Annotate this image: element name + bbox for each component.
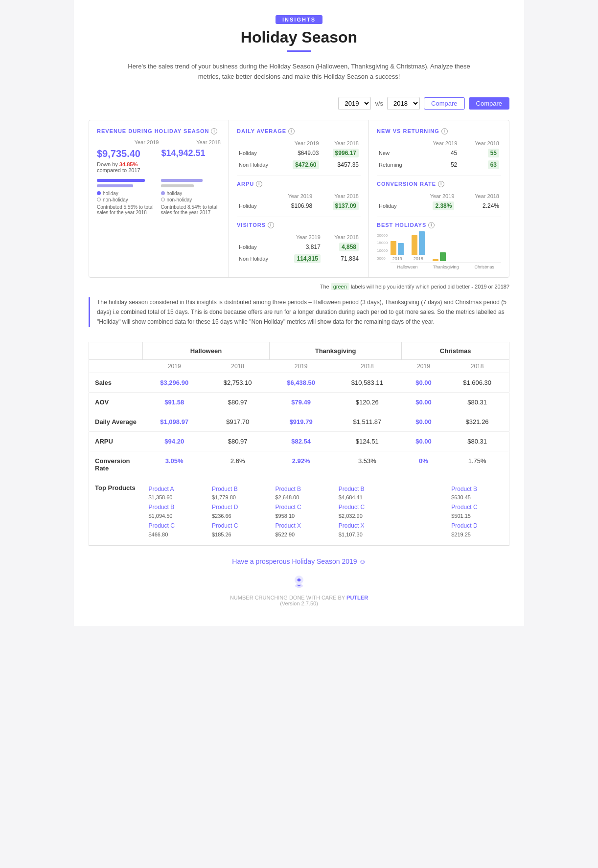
cr-year2019-header: Year 2019 [412, 192, 457, 200]
da-christmas-2018: $321.26 [445, 412, 509, 431]
aov-halloween-2019: $91.58 [143, 392, 206, 412]
vs-text: v/s [375, 100, 383, 107]
putler-logo-icon [290, 573, 308, 591]
vis-holiday-label: Holiday [237, 241, 282, 253]
sales-halloween-2019: $3,296.90 [143, 373, 206, 392]
visitors-info-icon[interactable]: i [268, 222, 274, 228]
da-year2018-header: Year 2018 [321, 139, 361, 147]
daily-avg-label: Daily Average [89, 412, 143, 431]
da-holiday-label: Holiday [237, 147, 281, 159]
arpu-year2018-header: Year 2018 [314, 192, 361, 200]
explanation-text: The holiday season considered in this in… [89, 297, 509, 327]
da-halloween-2019: $1,098.97 [143, 412, 206, 431]
vis-nonholiday-2019: 114,815 [282, 253, 322, 265]
svg-point-2 [298, 579, 300, 581]
da-halloween-2018: $917.70 [206, 412, 269, 431]
putler-brand-name: PUTLER [346, 595, 368, 601]
top-products-halloween-2019: Product A $1,358.60 Product B $1,094.50 … [143, 478, 206, 545]
table-row: Holiday 2.38% 2.24% [377, 200, 501, 212]
arpu-halloween-2019: $94.20 [143, 431, 206, 451]
table-row: Sales $3,296.90 $2,753.10 $6,438.50 $10,… [89, 373, 509, 392]
table-row: Non Holiday $472.60 $457.35 [237, 159, 361, 171]
nvr-returning-label: Returning [377, 159, 417, 171]
revenue-card: REVENUE DURING HOLIDAY SEASON i Year 201… [89, 120, 229, 277]
contrib-2017: Contributed 8.54% to total sales for the… [161, 204, 221, 215]
halloween-2019-header: 2019 [143, 359, 206, 373]
da-thanksgiving-2019: $919.79 [269, 412, 332, 431]
cr-holiday-2019: 2.38% [412, 200, 457, 212]
compare-button-1[interactable]: Compare [424, 97, 464, 110]
table-row: AOV $91.58 $80.97 $79.49 $120.26 $0.00 $… [89, 392, 509, 412]
sales-christmas-2018: $1,606.30 [445, 373, 509, 392]
daily-avg-table: Year 2019 Year 2018 Holiday $649.03 $996… [237, 139, 361, 171]
table-row: Holiday 3,817 4,858 [237, 241, 361, 253]
arpu-halloween-2018: $80.97 [206, 431, 269, 451]
bh-christmas-2019-bar [433, 259, 438, 261]
version-text: (Version 2.7.50) [280, 601, 318, 606]
table-row: Conversion Rate 3.05% 2.6% 2.92% 3.53% 0… [89, 451, 509, 478]
footer-logo [89, 573, 509, 591]
contrib-2018: Contributed 5.56% to total sales for the… [97, 204, 157, 215]
top-products-thanksgiving-2018: Product B $4,684.41 Product C $2,032.90 … [333, 478, 402, 545]
bh-christmas-label: Christmas [467, 265, 501, 269]
daily-avg-info-icon[interactable]: i [288, 128, 295, 134]
arpu-holiday-2018: $137.09 [314, 200, 361, 212]
christmas-header: Christmas [402, 342, 509, 359]
page-title: Holiday Season [89, 28, 509, 46]
arpu-holiday-2019: $106.98 [271, 200, 314, 212]
sales-thanksgiving-2018: $10,583.11 [333, 373, 402, 392]
nvr-info-icon[interactable]: i [441, 128, 448, 134]
legend-nonholiday-2019: non-holiday [103, 197, 128, 202]
da-christmas-2019: $0.00 [402, 412, 445, 431]
cr-christmas-2018: 1.75% [445, 451, 509, 478]
thanksgiving-2019-header: 2019 [269, 359, 332, 373]
da-year2019-header: Year 2019 [281, 139, 321, 147]
vis-year2019-header: Year 2019 [282, 233, 322, 241]
revenue-2019-value: $9,735.40 [97, 148, 157, 159]
nvr-year2019-header: Year 2019 [417, 139, 460, 147]
arpu-table: Year 2019 Year 2018 Holiday $106.98 $137… [237, 192, 361, 212]
thanksgiving-2018-header: 2018 [333, 359, 402, 373]
nvr-new-2018: 55 [459, 147, 501, 159]
christmas-2019-header: 2019 [402, 359, 445, 373]
revenue-year-2018: Year 2018 [159, 139, 221, 145]
year-selector: 2019 2018 2017 v/s 2018 2019 2017 Compar… [89, 97, 509, 110]
revenue-info-icon[interactable]: i [211, 128, 217, 134]
arpu-thanksgiving-2018: $124.51 [333, 431, 402, 451]
legend-holiday-2019: holiday [103, 191, 118, 196]
arpu-thanksgiving-2019: $82.54 [269, 431, 332, 451]
year1-select[interactable]: 2019 2018 2017 [338, 97, 371, 110]
aov-label: AOV [89, 392, 143, 412]
daily-avg-title: DAILY AVERAGE i [237, 128, 361, 134]
aov-thanksgiving-2019: $79.49 [269, 392, 332, 412]
legend-holiday-2018: holiday [167, 191, 183, 196]
top-products-thanksgiving-2019: Product B $2,648.00 Product C $958.10 Pr… [269, 478, 332, 545]
revenue-down-pct: 34.85% [119, 161, 138, 167]
nvr-table: Year 2019 Year 2018 New 45 55 Returning … [377, 139, 501, 171]
cr-thanksgiving-2018: 3.53% [333, 451, 402, 478]
cr-info-icon[interactable]: i [438, 181, 444, 187]
arpu-year2019-header: Year 2019 [271, 192, 314, 200]
top-products-label: Top Products [89, 478, 143, 545]
vis-nonholiday-label: Non Holiday [237, 253, 282, 265]
cr-halloween-2019: 3.05% [143, 451, 206, 478]
sales-halloween-2018: $2,753.10 [206, 373, 269, 392]
insights-badge: INSIGHTS [276, 15, 322, 24]
halloween-2018-header: 2018 [206, 359, 269, 373]
year2-select[interactable]: 2018 2019 2017 [387, 97, 420, 110]
table-row: Daily Average $1,098.97 $917.70 $919.79 … [89, 412, 509, 431]
cr-year2018-header: Year 2018 [456, 192, 501, 200]
cr-label: Conversion Rate [89, 451, 143, 478]
green-note: The green labels will help you identify … [89, 284, 509, 289]
bh-thanksgiving-2018-bar [419, 231, 425, 255]
arpu-title: ARPU i [237, 181, 361, 187]
nvr-new-label: New [377, 147, 417, 159]
christmas-2018-header: 2018 [445, 359, 509, 373]
top-products-christmas-2018: Product B $630.45 Product C $501.15 Prod… [445, 478, 509, 545]
top-products-halloween-2018: Product B $1,779.80 Product D $236.66 Pr… [206, 478, 269, 545]
bh-info-icon[interactable]: i [428, 222, 435, 228]
arpu-info-icon[interactable]: i [256, 181, 262, 187]
revenue-down-text: Down by 34.85% compared to 2017 [97, 161, 157, 173]
table-row: Non Holiday 114,815 71,834 [237, 253, 361, 265]
compare-button-2[interactable]: Compare [469, 97, 509, 110]
